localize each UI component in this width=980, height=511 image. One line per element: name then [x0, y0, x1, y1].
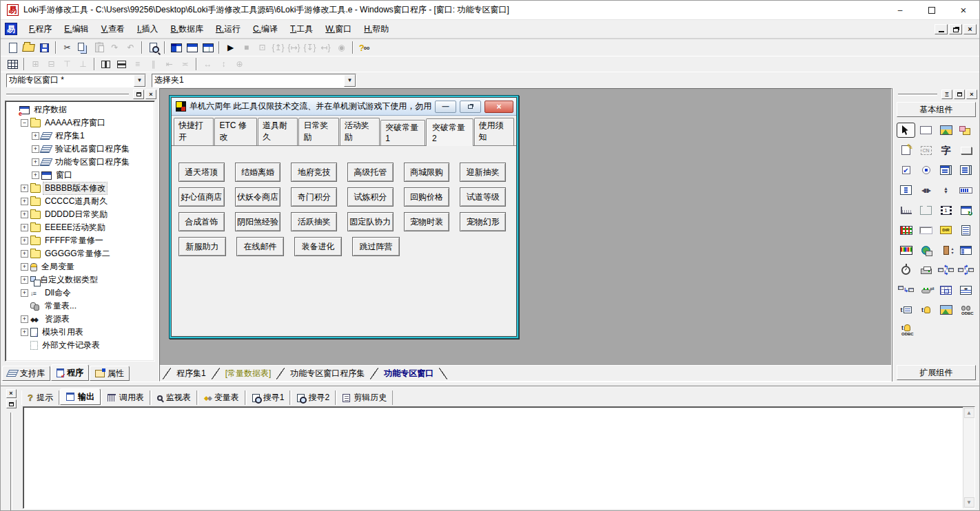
- form-tab-ETC 修改[interactable]: ETC 修改: [214, 118, 257, 145]
- tab-selector-input[interactable]: [152, 74, 344, 87]
- left-tab-程序[interactable]: 程序: [51, 364, 89, 381]
- palette-window-launcher[interactable]: [957, 202, 975, 218]
- output-tab-监视表[interactable]: 监视表: [151, 390, 197, 405]
- expand-icon[interactable]: +: [21, 237, 28, 244]
- close-button[interactable]: ×: [948, 1, 979, 20]
- form-tab-突破常量2[interactable]: 突破常量2: [426, 118, 473, 146]
- form-tab-活动奖励[interactable]: 活动奖励: [340, 118, 380, 145]
- palette-button[interactable]: [957, 143, 975, 158]
- output-box[interactable]: ▲ ▼: [23, 406, 975, 509]
- palette-sketchpad[interactable]: [897, 143, 915, 158]
- output-tab-输出[interactable]: 输出: [60, 388, 101, 405]
- form-button-高级托管[interactable]: 高级托管: [347, 163, 394, 182]
- form-button-商城限购[interactable]: 商城限购: [404, 163, 450, 182]
- doc-tab-功能专区窗口[interactable]: 功能专区窗口: [378, 366, 439, 381]
- expand-icon[interactable]: +: [21, 263, 28, 271]
- mdi-close-button[interactable]: ×: [963, 24, 977, 34]
- tree-item-18[interactable]: 外部文件记录表: [7, 339, 154, 352]
- mdi-restore-button[interactable]: [949, 24, 962, 34]
- expand-icon[interactable]: +: [32, 145, 39, 153]
- output-tab-剪辑历史[interactable]: 剪辑历史: [336, 390, 393, 405]
- form-button-通天塔顶[interactable]: 通天塔顶: [178, 163, 225, 182]
- tab-selector-dropdown-icon[interactable]: ▼: [344, 74, 356, 87]
- form-button-装备进化[interactable]: 装备进化: [294, 237, 342, 256]
- tree-item-10[interactable]: +FFFFF常量修一: [7, 234, 154, 247]
- form-tab-道具耐久[interactable]: 道具耐久: [258, 118, 298, 145]
- form-button-合成首饰[interactable]: 合成首饰: [178, 212, 225, 231]
- palette-selector[interactable]: [897, 123, 915, 138]
- tree-item-6[interactable]: +BBBBB版本修改: [7, 182, 154, 195]
- form-button-跳过阵营[interactable]: 跳过阵营: [352, 237, 400, 256]
- menu-0[interactable]: F.程序: [23, 21, 58, 38]
- form-button-回购价格[interactable]: 回购价格: [404, 187, 450, 207]
- doc-tab-程序集1[interactable]: 程序集1: [171, 366, 212, 381]
- form-button-固定队协力[interactable]: 固定队协力: [347, 212, 394, 231]
- save-button[interactable]: [37, 41, 52, 54]
- palette-table-list[interactable]: t: [897, 302, 915, 317]
- tree-item-2[interactable]: +程序集1: [7, 129, 154, 143]
- form-titlebar[interactable]: 单机六周年 此工具仅限技术交流、并在单机测试游戏下使用，勿用于... — ×: [172, 98, 516, 116]
- window-panes-button[interactable]: [168, 41, 184, 54]
- tree-item-8[interactable]: +DDDDD日常奖励: [7, 208, 154, 221]
- form-button-在线邮件[interactable]: 在线邮件: [236, 237, 284, 256]
- expand-icon[interactable]: +: [21, 250, 28, 258]
- palette-edit-box[interactable]: [917, 222, 935, 238]
- form-button-奇门积分[interactable]: 奇门积分: [291, 187, 337, 207]
- palette-group-box[interactable]: CN: [917, 143, 935, 158]
- menu-3[interactable]: I.插入: [131, 21, 165, 38]
- form-button-宠物幻形[interactable]: 宠物幻形: [460, 212, 506, 231]
- palette-data-grid[interactable]: [937, 282, 955, 298]
- form-tab-突破常量1[interactable]: 突破常量1: [380, 120, 425, 145]
- expand-icon[interactable]: +: [32, 132, 39, 140]
- minimize-button[interactable]: –: [884, 1, 916, 20]
- tree-item-3[interactable]: +验证机器窗口程序集: [7, 143, 154, 156]
- scroll-down-icon[interactable]: ▼: [964, 497, 974, 508]
- tree-item-0[interactable]: 程序数据: [7, 103, 154, 116]
- panel-close-button[interactable]: ×: [966, 90, 977, 99]
- panel-close-button[interactable]: ×: [145, 90, 156, 99]
- form-tab-日常奖励[interactable]: 日常奖励: [298, 118, 338, 145]
- panel-menu-button[interactable]: Ξ: [941, 90, 952, 99]
- tree-item-12[interactable]: +全局变量: [7, 260, 154, 273]
- panel-close-button[interactable]: ×: [6, 389, 17, 398]
- tree-item-11[interactable]: +GGGGG常量修二: [7, 247, 154, 260]
- window-selector-input[interactable]: [7, 74, 134, 87]
- expand-icon[interactable]: +: [21, 224, 28, 231]
- expand-icon[interactable]: +: [21, 185, 28, 192]
- palette-table-db[interactable]: t: [917, 302, 935, 317]
- copy-button[interactable]: [75, 41, 91, 54]
- mdi-minimize-button[interactable]: [935, 24, 948, 34]
- form-button-迎新抽奖[interactable]: 迎新抽奖: [460, 163, 506, 182]
- palette-static-text[interactable]: 字: [937, 143, 955, 158]
- tab-selector-combo[interactable]: ▼: [152, 74, 356, 87]
- palette-progress-bar[interactable]: [957, 182, 975, 198]
- open-file-button[interactable]: [21, 41, 37, 54]
- palette-odbc-db[interactable]: tODBC: [897, 322, 915, 337]
- scroll-up-icon[interactable]: ▲: [964, 408, 974, 418]
- form-button-新服助力[interactable]: 新服助力: [178, 237, 226, 256]
- palette-door-spinner[interactable]: [937, 242, 955, 258]
- palette-timer[interactable]: [897, 262, 915, 278]
- tree-item-17[interactable]: +模块引用表: [7, 326, 154, 339]
- expand-icon[interactable]: +: [21, 289, 28, 297]
- expand-icon[interactable]: +: [21, 315, 28, 323]
- expand-icon[interactable]: +: [32, 171, 39, 179]
- panel-grip[interactable]: [6, 94, 129, 96]
- panel-grip[interactable]: [898, 94, 937, 96]
- palette-printer[interactable]: [917, 262, 935, 278]
- new-file-button[interactable]: [5, 41, 21, 54]
- run-button[interactable]: ▶: [223, 41, 238, 54]
- palette-h-scrollbar[interactable]: ◂▮▮▸: [917, 182, 935, 198]
- cut-button[interactable]: ✂: [59, 41, 75, 54]
- palette-image-box[interactable]: [937, 302, 955, 317]
- palette-animation-box[interactable]: 1: [937, 202, 955, 218]
- palette-picture-box[interactable]: [937, 123, 955, 138]
- window-selector-combo[interactable]: ▼: [6, 74, 146, 87]
- output-scrollbar[interactable]: ▲ ▼: [963, 407, 974, 508]
- form-button-宠物时装[interactable]: 宠物时装: [404, 212, 450, 231]
- menu-1[interactable]: E.编辑: [58, 21, 94, 38]
- form-button-活跃抽奖[interactable]: 活跃抽奖: [291, 212, 337, 231]
- expand-icon[interactable]: +: [32, 158, 39, 166]
- palette-check-list-box[interactable]: [897, 182, 915, 198]
- palette-updown[interactable]: ▲▼: [937, 182, 955, 198]
